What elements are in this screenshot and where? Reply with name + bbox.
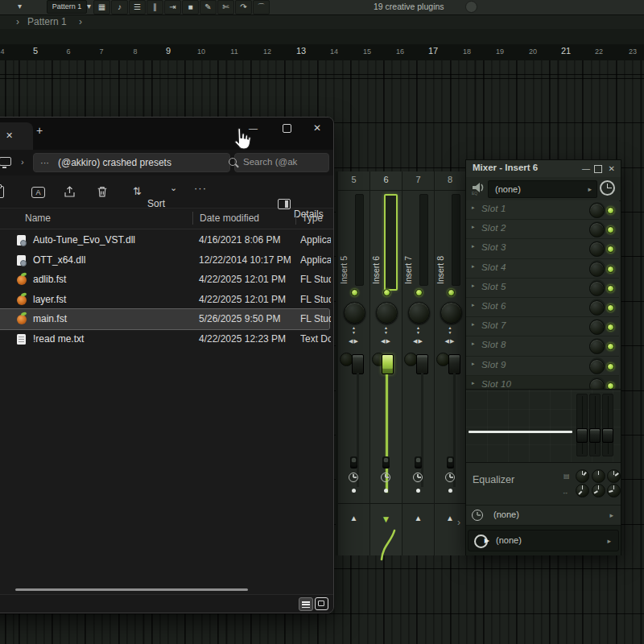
select-dot[interactable] (416, 489, 420, 493)
search-box[interactable] (234, 153, 329, 172)
slider-handle[interactable] (602, 428, 613, 443)
magnet-tool-icon[interactable]: ⌒ (253, 0, 270, 14)
horizontal-scrollbar[interactable] (15, 588, 248, 591)
explorer-tab-bar[interactable]: ✕ + — ✕ (0, 118, 333, 150)
pan-arrows[interactable]: ◀▶ (338, 337, 369, 345)
file-name[interactable]: Auto-Tune_Evo_VST.dll (33, 230, 135, 250)
this-pc-icon[interactable] (0, 157, 11, 166)
route-up-arrow[interactable]: ▲ (338, 514, 369, 522)
pattern-next-icon[interactable]: ▾ (87, 0, 91, 13)
channel-strip-insert-5[interactable]: 5 Insert 5 ▲▼ ◀▶ ▲ (338, 171, 370, 555)
slot-label[interactable]: Slot 2 (481, 223, 506, 233)
file-name[interactable]: main.fst (33, 309, 67, 329)
search-input[interactable] (237, 154, 317, 170)
channel-strip-insert-8[interactable]: 8 Insert 8 ▲▼ ◀▶ ▲ (435, 171, 466, 555)
eq-graph[interactable] (466, 389, 621, 463)
pan-knob[interactable] (376, 302, 398, 324)
file-row[interactable]: layer.fst 4/22/2025 12:01 PM FL Studio (0, 290, 329, 310)
channel-name[interactable]: Insert 6 (371, 244, 381, 284)
playlist-icon[interactable]: ▦ (93, 0, 110, 14)
channel-number[interactable]: 7 (402, 175, 434, 184)
file-row[interactable]: !read me.txt 4/22/2025 12:23 PM Text Doc… (0, 329, 329, 349)
pencil-tool-icon[interactable]: ✎ (200, 0, 217, 14)
file-name[interactable]: layer.fst (33, 290, 66, 310)
slider-handle[interactable] (576, 428, 588, 443)
new-tab-button[interactable]: + (36, 125, 43, 136)
eq-level-knob-high[interactable] (607, 469, 621, 483)
slot-enable-led[interactable] (607, 226, 614, 233)
slot-enable-led[interactable] (607, 207, 614, 214)
slot-label[interactable]: Slot 1 (481, 204, 506, 213)
eq-level-knob-low[interactable] (576, 469, 589, 483)
volume-fader[interactable] (448, 354, 460, 374)
paste-icon[interactable] (0, 186, 4, 198)
eq-band-slider-2[interactable] (589, 394, 601, 456)
slot-label[interactable]: Slot 10 (481, 379, 511, 389)
slot-arrow-icon[interactable]: ▸ (472, 380, 475, 386)
effect-slot-2[interactable]: ▸Slot 2 (466, 220, 619, 239)
stereo-sep-arrows[interactable]: ▲▼ (370, 326, 402, 335)
details-view-toggle-icon[interactable] (299, 597, 313, 611)
file-name[interactable]: !read me.txt (33, 329, 84, 349)
column-name[interactable]: Name (25, 208, 51, 229)
breadcrumb-pattern[interactable]: Pattern 1 (27, 15, 67, 29)
share-icon[interactable] (64, 185, 76, 198)
search-icon[interactable] (229, 158, 237, 166)
file-row-selected[interactable]: main.fst 5/26/2025 9:50 PM FL Studio (0, 309, 329, 329)
address-path[interactable]: (@akkiro) crashed presets (58, 154, 171, 171)
pan-arrows[interactable]: ◀▶ (435, 337, 465, 345)
file-name[interactable]: OTT_x64.dll (33, 250, 85, 270)
slot-arrow-icon[interactable]: ▸ (472, 321, 475, 328)
channel-name[interactable]: Insert 7 (403, 244, 413, 284)
playlist-ruler[interactable]: 4 5 6 7 8 9 10 11 12 13 14 15 16 17 18 1… (0, 44, 644, 61)
eq-level-knob-mid[interactable] (592, 469, 605, 483)
slot-mix-knob[interactable] (589, 242, 605, 257)
more-options-button[interactable]: ··· (194, 182, 207, 194)
channel-rack-icon[interactable]: ☰ (129, 0, 146, 14)
slot-arrow-icon[interactable]: ▸ (472, 263, 475, 270)
time-offset-row[interactable]: (none) ▸ (466, 505, 621, 526)
window-close-button[interactable]: ✕ (313, 122, 321, 134)
column-date-modified[interactable]: Date modified (200, 208, 259, 229)
slot-label[interactable]: Slot 5 (481, 282, 506, 291)
delete-icon[interactable] (96, 185, 109, 198)
playback-tool-icon[interactable]: ↷ (235, 0, 252, 14)
effect-slot-4[interactable]: ▸Slot 4 (466, 259, 619, 279)
select-dot[interactable] (352, 489, 356, 493)
file-explorer-window[interactable]: ✕ + — ✕ › ··· (@akkiro) crashed presets … (0, 117, 334, 613)
slot-label[interactable]: Slot 8 (481, 340, 506, 349)
slot-enable-led[interactable] (607, 304, 614, 312)
effect-slot-7[interactable]: ▸Slot 7 (466, 317, 619, 336)
draw-tool-icon[interactable]: ■ (182, 0, 199, 14)
slot-enable-led[interactable] (607, 246, 614, 253)
route-down-arrow[interactable]: ▼ (370, 514, 402, 525)
effect-slot-6[interactable]: ▸Slot 6 (466, 298, 619, 317)
route-up-arrow[interactable]: ▲ (402, 514, 434, 522)
eq-band-slider-1[interactable] (576, 394, 588, 456)
effect-slot-8[interactable]: ▸Slot 8 (466, 336, 619, 356)
channel-number[interactable]: 6 (370, 175, 402, 184)
slot-label[interactable]: Slot 7 (481, 320, 506, 330)
volume-fader[interactable] (416, 354, 428, 374)
channel-strip-insert-7[interactable]: 7 Insert 7 ▲▼ ◀▶ ▲ (402, 171, 435, 555)
eq-freq-knob-low[interactable] (576, 484, 589, 497)
slot-enable-led[interactable] (607, 285, 614, 292)
channel-number[interactable]: 8 (435, 175, 465, 184)
eq-curve[interactable] (469, 431, 572, 433)
address-field[interactable]: ··· (@akkiro) crashed presets (33, 153, 230, 172)
slot-arrow-icon[interactable]: ▸ (472, 243, 475, 250)
slot-mix-knob[interactable] (589, 339, 605, 354)
explorer-active-tab[interactable]: ✕ (0, 122, 33, 150)
slot-mix-knob[interactable] (589, 359, 605, 374)
row-arrow-icon[interactable]: ▸ (609, 511, 613, 519)
mixer-insert-window[interactable]: Mixer - Insert 6 — ✕ EQ (none) ▸ ▸Slot 1… (465, 159, 621, 555)
effect-slot-1[interactable]: ▸Slot 1 (466, 200, 619, 220)
route-up-arrow[interactable]: ▲ (435, 514, 465, 522)
slot-label[interactable]: Slot 6 (481, 301, 506, 311)
slot-enable-led[interactable] (607, 343, 614, 350)
slot-arrow-icon[interactable]: ▸ (472, 224, 475, 230)
volume-fader[interactable] (352, 354, 364, 374)
select-dot[interactable] (448, 489, 452, 493)
slot-label[interactable]: Slot 9 (481, 360, 506, 369)
slot-mix-knob[interactable] (589, 262, 605, 277)
